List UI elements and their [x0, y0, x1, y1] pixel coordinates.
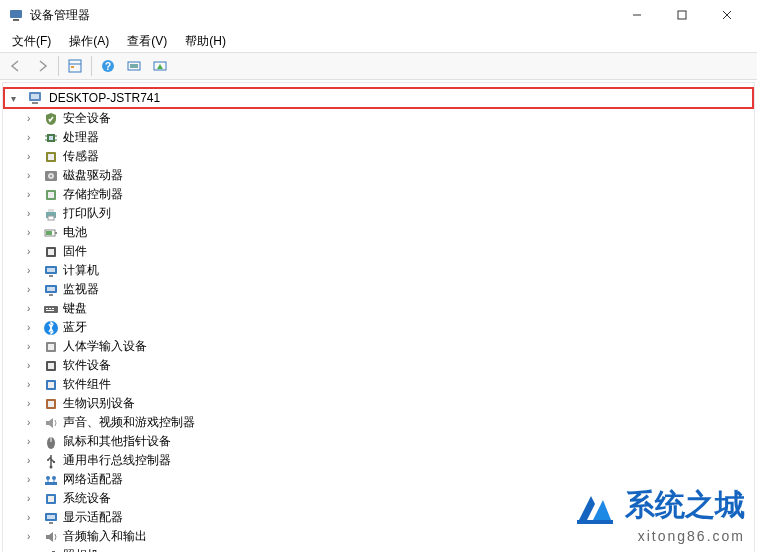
- expand-arrow-icon[interactable]: ›: [27, 531, 39, 542]
- expand-arrow-icon[interactable]: ›: [27, 227, 39, 238]
- tree-item[interactable]: ›软件设备: [3, 356, 754, 375]
- expand-arrow-icon[interactable]: ›: [27, 113, 39, 124]
- tree-item[interactable]: ›人体学输入设备: [3, 337, 754, 356]
- expand-arrow-icon[interactable]: ›: [27, 322, 39, 333]
- tree-item[interactable]: ›传感器: [3, 147, 754, 166]
- expand-arrow-icon[interactable]: ›: [27, 360, 39, 371]
- expand-arrow-icon[interactable]: ›: [27, 493, 39, 504]
- expand-arrow-icon[interactable]: ›: [27, 132, 39, 143]
- tree-root-node[interactable]: ▾ DESKTOP-JSTR741: [3, 87, 754, 109]
- expand-arrow-icon[interactable]: ›: [27, 341, 39, 352]
- menubar: 文件(F) 操作(A) 查看(V) 帮助(H): [0, 30, 757, 52]
- tree-item[interactable]: ›存储控制器: [3, 185, 754, 204]
- sound-icon: [43, 415, 59, 431]
- expand-arrow-icon[interactable]: ›: [27, 189, 39, 200]
- expand-arrow-icon[interactable]: ▾: [11, 93, 23, 104]
- sensor-icon: [43, 149, 59, 165]
- minimize-button[interactable]: [614, 0, 659, 30]
- toolbar-refresh-button[interactable]: [148, 55, 172, 77]
- tree-item-label: 传感器: [63, 148, 99, 165]
- device-tree[interactable]: ▾ DESKTOP-JSTR741 ›安全设备›处理器›传感器›磁盘驱动器›存储…: [2, 82, 755, 552]
- computer-icon: [43, 263, 59, 279]
- expand-arrow-icon[interactable]: ›: [27, 436, 39, 447]
- component-icon: [43, 377, 59, 393]
- expand-arrow-icon[interactable]: ›: [27, 455, 39, 466]
- svg-rect-57: [48, 401, 54, 407]
- audio-icon: [43, 529, 59, 545]
- tree-item-label: 人体学输入设备: [63, 338, 147, 355]
- tree-item[interactable]: ›显示适配器: [3, 508, 754, 527]
- toolbar-properties-button[interactable]: [63, 55, 87, 77]
- expand-arrow-icon[interactable]: ›: [27, 246, 39, 257]
- tree-item[interactable]: ›音频输入和输出: [3, 527, 754, 546]
- security-icon: [43, 111, 59, 127]
- tree-item[interactable]: ›通用串行总线控制器: [3, 451, 754, 470]
- tree-item[interactable]: ›键盘: [3, 299, 754, 318]
- expand-arrow-icon[interactable]: ›: [27, 474, 39, 485]
- tree-item[interactable]: ›打印队列: [3, 204, 754, 223]
- tree-item[interactable]: ›照相机: [3, 546, 754, 552]
- expand-arrow-icon[interactable]: ›: [27, 512, 39, 523]
- tree-item[interactable]: ›处理器: [3, 128, 754, 147]
- menu-view[interactable]: 查看(V): [119, 31, 175, 52]
- tree-item[interactable]: ›网络适配器: [3, 470, 754, 489]
- expand-arrow-icon[interactable]: ›: [27, 208, 39, 219]
- svg-rect-34: [55, 232, 57, 234]
- menu-action[interactable]: 操作(A): [61, 31, 117, 52]
- monitor-icon: [43, 282, 59, 298]
- tree-item-label: 显示适配器: [63, 509, 123, 526]
- svg-point-60: [50, 465, 53, 468]
- svg-rect-47: [52, 308, 54, 309]
- svg-rect-62: [53, 461, 55, 463]
- system-icon: [43, 491, 59, 507]
- expand-arrow-icon[interactable]: ›: [27, 379, 39, 390]
- expand-arrow-icon[interactable]: ›: [27, 398, 39, 409]
- tree-item[interactable]: ›鼠标和其他指针设备: [3, 432, 754, 451]
- toolbar-forward-button[interactable]: [30, 55, 54, 77]
- tree-item-label: 蓝牙: [63, 319, 87, 336]
- printer-icon: [43, 206, 59, 222]
- svg-rect-16: [32, 102, 38, 104]
- tree-item-label: 音频输入和输出: [63, 528, 147, 545]
- tree-item[interactable]: ›软件组件: [3, 375, 754, 394]
- tree-item[interactable]: ›蓝牙: [3, 318, 754, 337]
- menu-help[interactable]: 帮助(H): [177, 31, 234, 52]
- titlebar: 设备管理器: [0, 0, 757, 30]
- svg-rect-37: [48, 249, 54, 255]
- expand-arrow-icon[interactable]: ›: [27, 265, 39, 276]
- expand-arrow-icon[interactable]: ›: [27, 170, 39, 181]
- storage-icon: [43, 187, 59, 203]
- tree-item[interactable]: ›电池: [3, 223, 754, 242]
- tree-item[interactable]: ›生物识别设备: [3, 394, 754, 413]
- close-button[interactable]: [704, 0, 749, 30]
- tree-item-label: 键盘: [63, 300, 87, 317]
- menu-file[interactable]: 文件(F): [4, 31, 59, 52]
- svg-rect-51: [48, 344, 54, 350]
- expand-arrow-icon[interactable]: ›: [27, 417, 39, 428]
- svg-rect-8: [71, 66, 74, 68]
- tree-item[interactable]: ›计算机: [3, 261, 754, 280]
- expand-arrow-icon[interactable]: ›: [27, 303, 39, 314]
- maximize-button[interactable]: [659, 0, 704, 30]
- expand-arrow-icon[interactable]: ›: [27, 151, 39, 162]
- svg-rect-72: [49, 522, 53, 524]
- window-title: 设备管理器: [30, 7, 614, 24]
- tree-item[interactable]: ›系统设备: [3, 489, 754, 508]
- svg-rect-31: [48, 209, 54, 212]
- toolbar-scan-button[interactable]: [122, 55, 146, 77]
- tree-item-label: 声音、视频和游戏控制器: [63, 414, 195, 431]
- svg-point-65: [52, 476, 56, 480]
- device-manager-icon: [8, 7, 24, 23]
- tree-item-label: 照相机: [63, 547, 99, 552]
- disk-icon: [43, 168, 59, 184]
- svg-rect-6: [69, 60, 81, 72]
- toolbar-help-button[interactable]: ?: [96, 55, 120, 77]
- tree-item[interactable]: ›声音、视频和游戏控制器: [3, 413, 754, 432]
- tree-item[interactable]: ›安全设备: [3, 109, 754, 128]
- expand-arrow-icon[interactable]: ›: [27, 284, 39, 295]
- tree-item[interactable]: ›监视器: [3, 280, 754, 299]
- tree-item[interactable]: ›磁盘驱动器: [3, 166, 754, 185]
- tree-item[interactable]: ›固件: [3, 242, 754, 261]
- toolbar-back-button[interactable]: [4, 55, 28, 77]
- mouse-icon: [43, 434, 59, 450]
